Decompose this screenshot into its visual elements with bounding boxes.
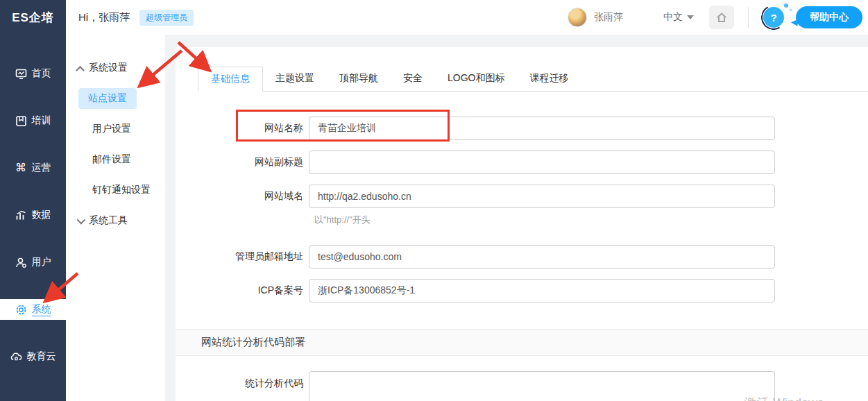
domain-hint-text: 以"http://"开头 [314, 214, 868, 226]
language-selector[interactable]: 中文 [663, 11, 694, 24]
brand-logo[interactable]: ES企培 [0, 0, 66, 35]
submenu-item-label: 站点设置 [78, 88, 137, 109]
sidebar-item-label: 数据 [32, 209, 51, 221]
chevron-up-icon [76, 65, 85, 74]
field-label: 网站域名 [176, 190, 309, 203]
question-mark-icon: ? [763, 7, 784, 28]
field-label: 管理员邮箱地址 [176, 250, 309, 263]
field-label: ICP备案号 [176, 284, 309, 297]
sidebar-item-education-cloud[interactable]: 教育云 [0, 333, 66, 380]
analytics-section-title: 网站统计分析代码部署 [176, 329, 868, 356]
activate-windows-watermark: 激活 Windows [744, 395, 824, 401]
header-divider [748, 7, 749, 28]
field-label: 统计分析代码 [176, 371, 309, 390]
dashboard-icon [15, 68, 27, 80]
tab-basic-info[interactable]: 基础信息 [198, 67, 263, 92]
sidebar-item-users[interactable]: 用户 [0, 239, 66, 286]
site-domain-input[interactable] [309, 185, 775, 208]
form-row-admin-email: 管理员邮箱地址 [176, 245, 868, 268]
form-row-site-subtitle: 网站副标题 [176, 151, 868, 174]
content-page: 基础信息 主题设置 顶部导航 安全 LOGO和图标 课程迁移 网站名称 网站副标… [165, 35, 868, 401]
submenu-item-mail-settings[interactable]: 邮件设置 [66, 144, 165, 175]
admin-app-window: ES企培 Hi，张雨萍 超级管理员 张雨萍 中文 ? [0, 0, 868, 401]
training-icon [15, 115, 27, 127]
form-row-site-domain: 网站域名 [176, 185, 868, 208]
role-badge: 超级管理员 [139, 10, 194, 26]
sidebar-item-training[interactable]: 培训 [0, 97, 66, 144]
sidebar-item-label: 培训 [32, 114, 51, 127]
education-cloud-icon [10, 351, 22, 363]
header-right-group: 张雨萍 中文 ? 帮助中心 [568, 5, 868, 30]
settings-submenu: 系统设置 站点设置 用户设置 邮件设置 钉钉通知设置 系统工具 [66, 35, 165, 401]
users-icon [15, 257, 27, 268]
form-row-site-name: 网站名称 [176, 117, 868, 140]
decorative-dot [784, 3, 788, 8]
data-chart-icon [15, 210, 27, 221]
sidebar-item-system[interactable]: 系统 [0, 286, 66, 333]
tab-security[interactable]: 安全 [391, 67, 435, 91]
sidebar-item-data[interactable]: 数据 [0, 191, 66, 239]
field-label: 网站名称 [176, 122, 309, 135]
sidebar-item-label: 系统 [32, 303, 51, 316]
chevron-down-icon [687, 15, 694, 19]
submenu-item-dingtalk-settings[interactable]: 钉钉通知设置 [66, 175, 165, 205]
submenu-item-label: 邮件设置 [92, 153, 131, 166]
sidebar-item-operations[interactable]: ⌘ 运营 [0, 144, 66, 191]
submenu-group-label: 系统设置 [89, 62, 128, 74]
site-name-input[interactable] [309, 117, 775, 140]
decorative-dot-small [790, 9, 792, 11]
settings-tabs: 基础信息 主题设置 顶部导航 安全 LOGO和图标 课程迁移 [198, 67, 868, 92]
top-header: ES企培 Hi，张雨萍 超级管理员 张雨萍 中文 ? [0, 0, 868, 35]
tab-course-migration[interactable]: 课程迁移 [517, 67, 581, 91]
language-label: 中文 [663, 11, 683, 24]
submenu-item-user-settings[interactable]: 用户设置 [66, 114, 165, 144]
submenu-group-system-settings[interactable]: 系统设置 [66, 53, 165, 83]
user-name[interactable]: 张雨萍 [594, 11, 623, 24]
tab-top-navigation[interactable]: 顶部导航 [327, 67, 391, 91]
help-question-icon[interactable]: ? [761, 5, 786, 30]
admin-email-input[interactable] [309, 245, 775, 268]
site-subtitle-input[interactable] [309, 151, 775, 174]
main-sidebar: 首页 培训 ⌘ 运营 数据 [0, 35, 66, 401]
submenu-item-site-settings[interactable]: 站点设置 [66, 83, 165, 114]
sidebar-item-label: 首页 [32, 67, 51, 80]
field-label: 网站副标题 [176, 156, 309, 169]
submenu-group-system-tools[interactable]: 系统工具 [66, 205, 165, 236]
submenu-group-label: 系统工具 [89, 214, 128, 227]
help-center-button[interactable]: 帮助中心 [796, 6, 862, 28]
form-row-icp-number: ICP备案号 [176, 279, 868, 302]
sidebar-item-home[interactable]: 首页 [0, 50, 66, 97]
submenu-item-label: 用户设置 [92, 123, 131, 135]
sidebar-item-label: 用户 [32, 256, 51, 268]
tab-logo-and-icon[interactable]: LOGO和图标 [435, 67, 517, 91]
user-avatar[interactable] [568, 8, 587, 27]
submenu-item-label: 钉钉通知设置 [92, 184, 151, 196]
home-button[interactable] [709, 6, 734, 29]
operations-icon: ⌘ [15, 162, 27, 174]
spacer [176, 226, 868, 245]
sidebar-item-label: 运营 [32, 162, 51, 174]
sidebar-item-label: 教育云 [27, 350, 56, 363]
gear-icon [15, 304, 27, 316]
greeting-text: Hi，张雨萍 [78, 11, 130, 24]
settings-card: 基础信息 主题设置 顶部导航 安全 LOGO和图标 课程迁移 网站名称 网站副标… [176, 47, 868, 401]
analytics-code-textarea[interactable] [309, 371, 775, 401]
home-icon [715, 11, 728, 24]
chevron-down-icon [77, 215, 86, 224]
icp-number-input[interactable] [309, 279, 775, 302]
site-settings-form: 网站名称 网站副标题 网站域名 以"http://"开头 管理员邮箱地址 [176, 117, 868, 401]
tab-theme-settings[interactable]: 主题设置 [263, 67, 327, 91]
